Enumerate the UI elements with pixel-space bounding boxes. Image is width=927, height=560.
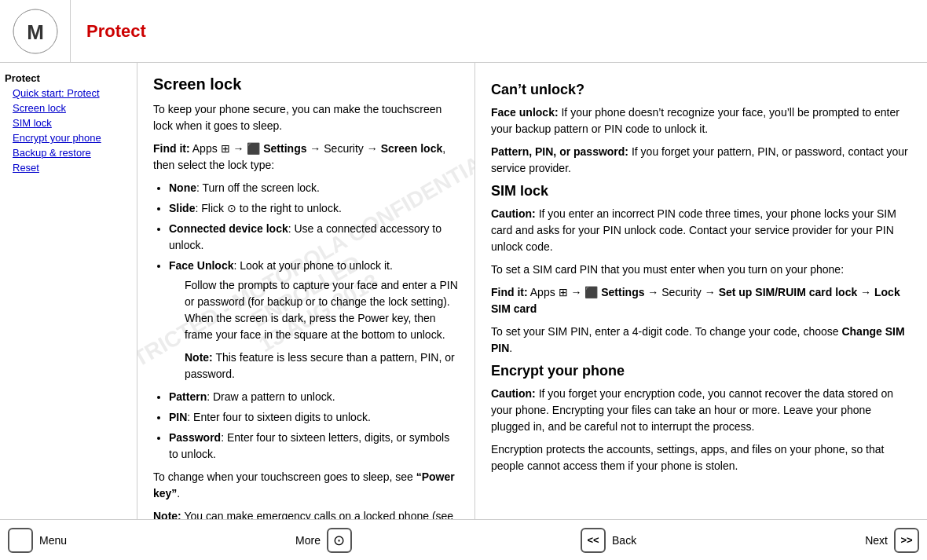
more-icon: ⊙	[327, 528, 352, 553]
sim-settings: ⬛ Settings	[584, 286, 644, 298]
right-column: Can’t unlock? Face unlock: If your phone…	[475, 63, 927, 519]
caution2-text: If you forget your encryption code, you …	[491, 387, 893, 433]
back-label: Back	[612, 534, 636, 547]
caution1-text: If you enter an incorrect PIN code three…	[491, 207, 896, 253]
sim-find-label: Find it:	[491, 286, 528, 298]
next-button[interactable]: Next >>	[865, 528, 919, 553]
pattern-para: Pattern, PIN, or password: If you forget…	[491, 144, 911, 177]
back-button[interactable]: << Back	[581, 528, 636, 553]
face-unlock-para: Face unlock: If your phone doesn’t recog…	[491, 104, 911, 137]
svg-text:M: M	[27, 20, 44, 44]
sim-para2-pre: To set your SIM PIN, enter a 4-digit cod…	[491, 325, 841, 338]
sidebar-item-backup[interactable]: Backup & restore	[0, 145, 137, 160]
sim-para2: To set your SIM PIN, enter a 4-digit cod…	[491, 324, 911, 357]
face-unlock-detail: Follow the prompts to capture your face …	[185, 277, 459, 343]
page-title: Protect	[86, 21, 146, 42]
note2-label: Note:	[153, 510, 181, 519]
change-para: To change when your touchscreen goes to …	[153, 469, 459, 502]
sim-para: To set a SIM card PIN that you must ente…	[491, 262, 911, 278]
sim-find-text: Apps ⊞ →	[528, 286, 585, 298]
cant-unlock-title: Can’t unlock?	[491, 82, 911, 98]
encrypt-para: Encryption protects the accounts, settin…	[491, 441, 911, 474]
next-icon: >>	[894, 528, 919, 553]
sim-arrow2: →	[857, 286, 874, 298]
sim-para2-end: .	[509, 342, 512, 354]
list-item-slide: Slide: Flick ⊙ to the right to unlock.	[169, 200, 459, 217]
motorola-logo: M	[12, 8, 59, 55]
caution1-label: Caution:	[491, 207, 536, 220]
pattern-label: Pattern, PIN, or password:	[491, 145, 628, 158]
intro-text: To keep your phone secure, you can make …	[153, 101, 459, 134]
sidebar-item-quick-start[interactable]: Quick start: Protect	[0, 86, 137, 101]
caution2-para: Caution: If you forget your encryption c…	[491, 386, 911, 435]
note2-para: Note: You can make emergency calls on a …	[153, 508, 459, 519]
find-it-label: Find it:	[153, 142, 190, 155]
sim-lock-title: SIM lock	[491, 183, 911, 199]
change-text-pre: To change when your touchscreen goes to …	[153, 470, 416, 483]
face-unlock-label: Face unlock:	[491, 106, 559, 119]
sidebar-item-reset[interactable]: Reset	[0, 160, 137, 175]
arrow1: → Security →	[306, 142, 380, 155]
left-column: RESTRICTED - MOTOROLA CONFIDENTIALENROLL…	[137, 63, 475, 519]
body: Protect Quick start: Protect Screen lock…	[0, 63, 927, 519]
find-it-text: Apps ⊞ →	[190, 142, 247, 155]
settings-link: ⬛ Settings	[247, 142, 306, 155]
screen-lock-title: Screen lock	[153, 75, 459, 93]
back-icon: <<	[581, 528, 606, 553]
menu-label: Menu	[39, 534, 67, 547]
note1-para: Note: This feature is less secure than a…	[185, 350, 459, 382]
list-item-password: Password: Enter four to sixteen letters,…	[169, 430, 459, 463]
encrypt-title: Encrypt your phone	[491, 363, 911, 379]
list-item-pattern: Pattern: Draw a pattern to unlock.	[169, 389, 459, 405]
sim-find-it: Find it: Apps ⊞ → ⬛ Settings → Security …	[491, 284, 911, 317]
header: M Protect	[0, 0, 927, 63]
find-it-para: Find it: Apps ⊞ → ⬛ Settings → Security …	[153, 141, 459, 174]
logo-area: M	[0, 0, 71, 62]
list-item-none: None: Turn off the screen lock.	[169, 180, 459, 196]
note1-label: Note:	[185, 351, 213, 364]
sidebar: Protect Quick start: Protect Screen lock…	[0, 63, 137, 519]
list-item-pin: PIN: Enter four to sixteen digits to unl…	[169, 409, 459, 426]
footer: Menu More ⊙ << Back Next >>	[0, 519, 927, 560]
sidebar-item-protect[interactable]: Protect	[0, 71, 137, 86]
more-label: More	[295, 534, 321, 547]
caution2-label: Caution:	[491, 387, 536, 400]
sidebar-item-screen-lock[interactable]: Screen lock	[0, 101, 137, 115]
sidebar-item-sim-lock[interactable]: SIM lock	[0, 115, 137, 130]
list-item-face-unlock: Face Unlock: Look at your phone to unloc…	[169, 258, 459, 382]
menu-button[interactable]: Menu	[8, 528, 67, 553]
menu-icon	[8, 528, 33, 553]
sidebar-item-encrypt[interactable]: Encrypt your phone	[0, 130, 137, 145]
lock-type-list: None: Turn off the screen lock. Slide: F…	[161, 180, 459, 463]
main-content: RESTRICTED - MOTOROLA CONFIDENTIALENROLL…	[137, 63, 927, 519]
more-button[interactable]: More ⊙	[295, 528, 352, 553]
note1-text: This feature is less secure than a patte…	[185, 351, 455, 380]
caution1-para: Caution: If you enter an incorrect PIN c…	[491, 206, 911, 255]
note2-text: You can make emergency calls on a locked…	[181, 510, 453, 519]
list-item-connected: Connected device lock: Use a connected a…	[169, 221, 459, 254]
sim-arrow1: → Security →	[644, 286, 718, 298]
change-text-post: .	[177, 487, 180, 500]
screen-lock-link: Screen lock	[381, 142, 443, 155]
next-label: Next	[865, 534, 888, 547]
sim-setup: Set up SIM/RUIM card lock	[719, 286, 858, 298]
